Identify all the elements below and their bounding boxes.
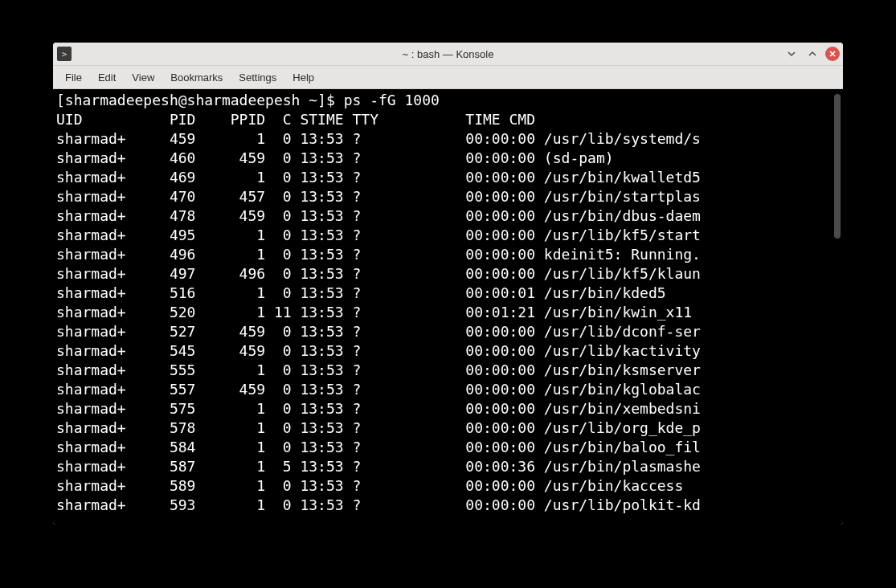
ps-row: sharmad+ 496 1 0 13:53 ? 00:00:00 kdeini…	[56, 245, 843, 264]
ps-row: sharmad+ 520 1 11 13:53 ? 00:01:21 /usr/…	[56, 303, 843, 322]
close-icon	[828, 50, 837, 58]
maximize-button[interactable]	[804, 46, 820, 62]
ps-row: sharmad+ 593 1 0 13:53 ? 00:00:00 /usr/l…	[56, 496, 843, 515]
minimize-button[interactable]	[783, 46, 800, 62]
terminal-area[interactable]: [sharmadeepesh@sharmadeepesh ~]$ ps -fG …	[53, 89, 843, 525]
menu-view[interactable]: View	[125, 68, 162, 87]
ps-row: sharmad+ 459 1 0 13:53 ? 00:00:00 /usr/l…	[56, 129, 843, 149]
menubar: File Edit View Bookmarks Settings Help	[53, 66, 843, 89]
menu-edit[interactable]: Edit	[91, 68, 123, 87]
menu-help[interactable]: Help	[285, 68, 321, 87]
prompt-line: [sharmadeepesh@sharmadeepesh ~]$ ps -fG …	[56, 91, 843, 110]
chevron-down-icon	[787, 49, 796, 59]
ps-row: sharmad+ 497 496 0 13:53 ? 00:00:00 /usr…	[56, 264, 843, 284]
terminal-content[interactable]: [sharmadeepesh@sharmadeepesh ~]$ ps -fG …	[53, 89, 843, 517]
app-icon: >	[57, 47, 72, 61]
ps-row: sharmad+ 584 1 0 13:53 ? 00:00:00 /usr/b…	[56, 438, 843, 457]
shell-command: ps -fG 1000	[344, 92, 440, 108]
close-button[interactable]	[825, 47, 840, 61]
ps-row: sharmad+ 545 459 0 13:53 ? 00:00:00 /usr…	[56, 341, 843, 361]
menu-settings[interactable]: Settings	[231, 68, 284, 87]
shell-prompt: [sharmadeepesh@sharmadeepesh ~]$	[56, 92, 344, 108]
menu-bookmarks[interactable]: Bookmarks	[163, 68, 230, 87]
chevron-up-icon	[808, 49, 817, 59]
ps-row: sharmad+ 469 1 0 13:53 ? 00:00:00 /usr/b…	[56, 168, 843, 187]
ps-row: sharmad+ 495 1 0 13:53 ? 00:00:00 /usr/l…	[56, 226, 843, 245]
ps-row: sharmad+ 557 459 0 13:53 ? 00:00:00 /usr…	[56, 380, 843, 399]
konsole-window: > ~ : bash — Konsole File Edit View Book…	[53, 43, 843, 525]
window-controls	[783, 43, 840, 65]
ps-row: sharmad+ 516 1 0 13:53 ? 00:00:01 /usr/b…	[56, 284, 843, 303]
ps-row: sharmad+ 478 459 0 13:53 ? 00:00:00 /usr…	[56, 206, 843, 226]
titlebar[interactable]: > ~ : bash — Konsole	[53, 43, 843, 66]
window-title: ~ : bash — Konsole	[53, 48, 843, 60]
ps-row: sharmad+ 460 459 0 13:53 ? 00:00:00 (sd-…	[56, 149, 843, 168]
scrollbar-thumb[interactable]	[834, 94, 841, 239]
ps-row: sharmad+ 575 1 0 13:53 ? 00:00:00 /usr/b…	[56, 399, 843, 419]
ps-row: sharmad+ 589 1 0 13:53 ? 00:00:00 /usr/b…	[56, 476, 843, 496]
ps-header: UID PID PPID C STIME TTY TIME CMD	[56, 110, 843, 129]
menu-file[interactable]: File	[58, 68, 89, 87]
ps-row: sharmad+ 587 1 5 13:53 ? 00:00:36 /usr/b…	[56, 457, 843, 476]
ps-row: sharmad+ 470 457 0 13:53 ? 00:00:00 /usr…	[56, 187, 843, 206]
ps-row: sharmad+ 555 1 0 13:53 ? 00:00:00 /usr/b…	[56, 361, 843, 380]
ps-row: sharmad+ 578 1 0 13:53 ? 00:00:00 /usr/l…	[56, 419, 843, 438]
ps-row: sharmad+ 527 459 0 13:53 ? 00:00:00 /usr…	[56, 322, 843, 341]
app-icon-glyph: >	[62, 49, 68, 59]
